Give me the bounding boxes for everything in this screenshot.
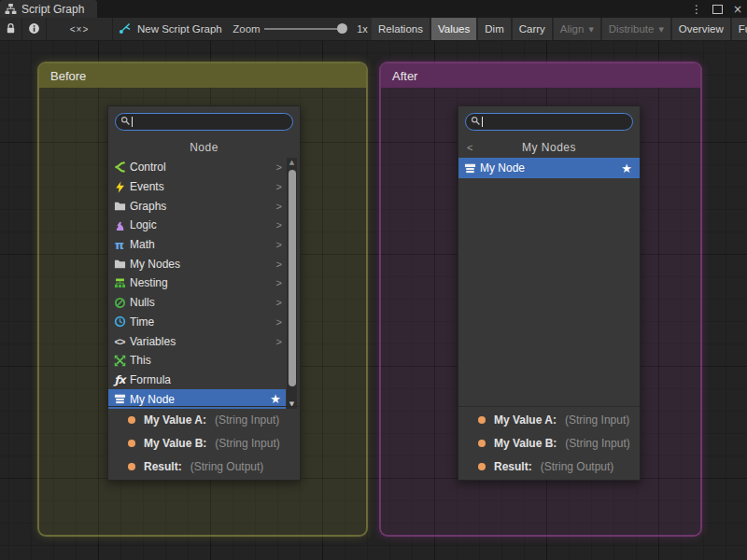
chevron-right-icon: >: [276, 277, 282, 288]
list-item-label: Formula: [130, 373, 171, 386]
script-graph-window: Script Graph ⋮ × <×> New Script Graph Zo…: [0, 0, 747, 560]
close-icon[interactable]: ×: [733, 3, 742, 16]
port-dot-icon: [478, 463, 486, 470]
list-item-control[interactable]: Control>: [108, 158, 286, 177]
toolbar-button-label: Overview: [679, 23, 724, 35]
toolbar-button-label: Relations: [378, 23, 423, 35]
star-icon[interactable]: ★: [270, 392, 281, 406]
port-type: (String Input): [565, 413, 629, 427]
info-button[interactable]: [22, 18, 47, 40]
port-label: My Value B:: [494, 437, 557, 450]
search-input[interactable]: [115, 113, 293, 131]
math-icon: π: [112, 238, 127, 251]
chevron-down-icon: ▼: [658, 26, 663, 34]
list-item-variables[interactable]: <>Variables>: [108, 331, 286, 351]
list-item-label: Nulls: [130, 296, 155, 309]
tab-script-graph[interactable]: Script Graph: [0, 0, 97, 18]
star-icon[interactable]: ★: [621, 161, 632, 175]
back-chevron-icon[interactable]: <: [467, 142, 473, 153]
port-label: My Value A:: [494, 413, 557, 427]
toolbar-button-dim[interactable]: Dim: [478, 18, 510, 40]
toolbar-button-full-scr[interactable]: Full Scr: [732, 18, 747, 40]
zoom-slider-handle[interactable]: [337, 23, 347, 34]
toolbar-button-label: Distribute: [609, 23, 655, 35]
ports-before: My Value A: (String Input)My Value B: (S…: [108, 406, 300, 480]
toolbar-button-align: Align▼: [554, 18, 600, 40]
events-icon: [112, 180, 127, 193]
list-item-label: My Node: [130, 393, 175, 406]
port-row-result: Result: (String Output): [108, 456, 300, 478]
list-item-label: Control: [130, 161, 166, 174]
chevron-right-icon: >: [276, 219, 282, 231]
port-type: (String Input): [565, 437, 629, 450]
toolbar-button-values[interactable]: Values: [431, 18, 476, 40]
port-row-my-value-b: My Value B: (String Input): [458, 433, 640, 455]
list-item-label: Variables: [130, 335, 176, 348]
list-item-events[interactable]: Events>: [108, 177, 286, 197]
chevron-right-icon: >: [276, 336, 282, 347]
menu-icon[interactable]: ⋮: [691, 3, 702, 16]
port-row-my-value-a: My Value A: (String Input): [458, 410, 640, 431]
port-row-result: Result: (String Output): [458, 456, 640, 478]
list-item-time[interactable]: Time>: [108, 313, 286, 332]
toolbar-button-distribute: Distribute▼: [602, 18, 670, 40]
list-item-label: My Nodes: [130, 258, 180, 271]
port-type: (String Output): [541, 460, 614, 473]
search-input[interactable]: [465, 113, 633, 131]
search-row: [458, 106, 640, 136]
port-row-my-value-b: My Value B: (String Input): [108, 433, 300, 455]
list-item-nesting[interactable]: Nesting>: [108, 273, 286, 293]
node-list-before: Control>Events>Graphs>Logic>πMath>My Nod…: [108, 158, 300, 409]
fuzzy-finder-before: Node Control>Events>Graphs>Logic>πMath>M…: [107, 105, 301, 481]
list-item-nulls[interactable]: Nulls>: [108, 293, 286, 313]
text-caret: [132, 117, 133, 127]
toolbar-button-label: Full Scr: [739, 23, 747, 35]
folder-icon: [112, 258, 127, 271]
list-item-my-node[interactable]: My Node★: [458, 158, 640, 178]
port-dot-icon: [128, 440, 135, 447]
my-node-icon: [112, 393, 127, 406]
list-item-graphs[interactable]: Graphs>: [108, 196, 286, 216]
new-script-graph-button[interactable]: New Script Graph: [113, 18, 233, 40]
zoom-slider-track[interactable]: [264, 28, 343, 30]
port-dot-icon: [128, 416, 135, 424]
scrollbar[interactable]: ▲ ▼: [287, 158, 297, 409]
port-row-my-value-a: My Value A: (String Input): [108, 410, 300, 431]
maximize-icon[interactable]: [712, 5, 723, 14]
toolbar-button-overview[interactable]: Overview: [672, 18, 730, 40]
list-item-math[interactable]: πMath>: [108, 235, 286, 255]
time-icon: [112, 315, 127, 329]
code-view-button[interactable]: <×>: [47, 18, 113, 40]
chevron-right-icon: >: [276, 161, 282, 173]
list-item-formula[interactable]: ƒxFormula: [108, 371, 286, 390]
group-after-header[interactable]: After: [381, 63, 700, 88]
port-dot-icon: [128, 463, 135, 470]
list-item-logic[interactable]: Logic>: [108, 216, 286, 235]
scrollbar-thumb[interactable]: [289, 170, 296, 386]
ports-after: My Value A: (String Input)My Value B: (S…: [458, 406, 640, 480]
scroll-up-icon[interactable]: ▲: [287, 159, 297, 166]
window-controls: ⋮ ×: [691, 0, 742, 18]
group-before-header[interactable]: Before: [39, 63, 366, 88]
chevron-right-icon: >: [276, 316, 282, 328]
port-type: (String Output): [190, 460, 264, 473]
port-type: (String Input): [215, 413, 279, 427]
this-icon: [112, 354, 127, 367]
list-item-this[interactable]: This: [108, 351, 286, 371]
chevron-right-icon: >: [276, 259, 282, 270]
chevron-right-icon: >: [276, 297, 282, 308]
chevron-right-icon: >: [276, 181, 282, 192]
toolbar-button-relations[interactable]: Relations: [372, 18, 430, 40]
nulls-icon: [112, 296, 127, 309]
list-item-my-nodes[interactable]: My Nodes>: [108, 254, 286, 273]
list-item-label: Math: [130, 238, 155, 251]
graph-canvas[interactable]: Before After Node Control>Events>Graphs>…: [0, 41, 747, 560]
tab-title: Script Graph: [21, 3, 84, 16]
my-node-icon: [462, 161, 477, 175]
list-item-label: Events: [130, 180, 164, 193]
toolbar-button-carry[interactable]: Carry: [513, 18, 552, 40]
lock-button[interactable]: [0, 18, 22, 40]
port-type: (String Input): [215, 437, 279, 450]
search-row: [108, 106, 300, 136]
titlebar: Script Graph ⋮ ×: [0, 0, 747, 18]
